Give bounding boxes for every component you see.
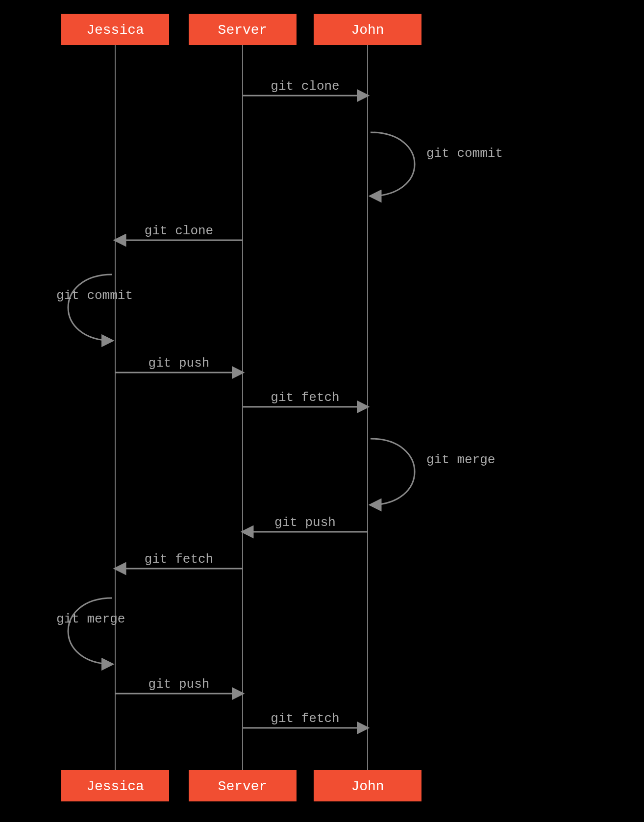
actor-label-bottom-server: Server bbox=[218, 779, 268, 794]
message-label: git fetch bbox=[145, 552, 213, 567]
message-label: git clone bbox=[145, 224, 213, 238]
message-label: git clone bbox=[271, 79, 339, 94]
message-label: git push bbox=[274, 515, 336, 530]
self-message-label: git commit bbox=[426, 146, 503, 161]
self-message-label: git commit bbox=[56, 288, 133, 303]
actor-label-top-jessica: Jessica bbox=[86, 23, 144, 38]
self-message-label: git merge bbox=[56, 612, 125, 626]
self-message-arrow bbox=[371, 439, 415, 505]
actor-label-top-server: Server bbox=[218, 23, 268, 38]
sequence-diagram: JessicaServerJohnJessicaServerJohngit cl… bbox=[0, 0, 644, 822]
self-message-label: git merge bbox=[426, 452, 495, 467]
actor-label-bottom-jessica: Jessica bbox=[86, 779, 144, 794]
message-label: git push bbox=[149, 677, 210, 692]
actor-label-bottom-john: John bbox=[351, 779, 384, 794]
actor-label-top-john: John bbox=[351, 23, 384, 38]
message-label: git push bbox=[149, 356, 210, 371]
self-message-arrow bbox=[371, 132, 415, 196]
message-label: git fetch bbox=[271, 390, 339, 405]
self-message-arrow bbox=[68, 274, 112, 341]
message-label: git fetch bbox=[271, 711, 339, 726]
self-message-arrow bbox=[68, 598, 112, 664]
